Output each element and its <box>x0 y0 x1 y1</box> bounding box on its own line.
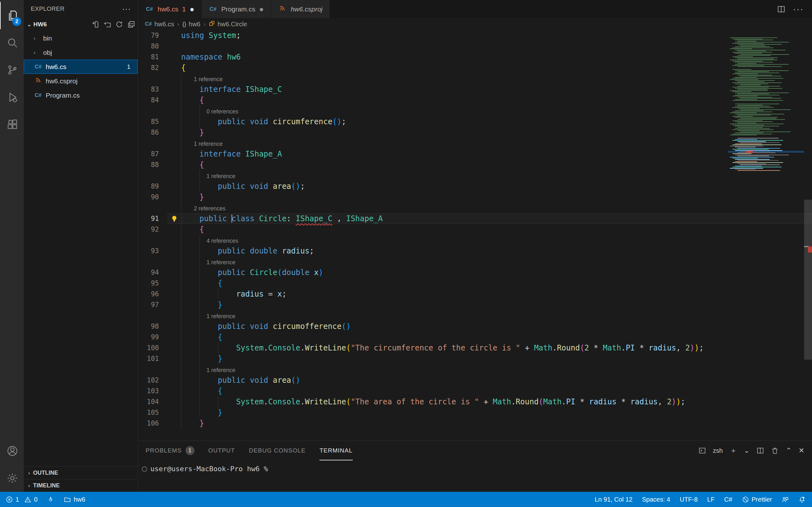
new-folder-icon[interactable] <box>103 20 111 28</box>
code-editor[interactable]: 79using System;8081namespace hw682{1 ref… <box>138 30 812 441</box>
problems-status[interactable]: 1 0 <box>6 496 38 503</box>
activity-item-settings[interactable] <box>0 464 24 492</box>
workspace-status[interactable]: hw6 <box>64 496 85 503</box>
csharp-file-icon: C# <box>146 6 153 12</box>
file-item-obj[interactable]: ›obj <box>24 45 138 60</box>
minimap-line <box>730 90 768 91</box>
new-terminal-icon[interactable]: ＋ <box>730 447 737 454</box>
indent-guide <box>200 353 200 364</box>
chevron-right-icon: › <box>28 470 30 476</box>
tab-Program.cs[interactable]: C#Program.cs● <box>202 0 271 18</box>
file-item-hw6.cs[interactable]: C#hw6.cs1 <box>24 60 138 74</box>
codelens-reference[interactable]: 2 references <box>194 203 225 214</box>
codelens-reference[interactable]: 1 reference <box>206 257 235 268</box>
minimap-line <box>738 138 779 138</box>
code-rows: 79using System;8081namespace hw682{1 ref… <box>138 30 812 429</box>
minimap[interactable] <box>728 30 804 441</box>
tab-hw6.cs[interactable]: C#hw6.cs1● <box>138 0 202 18</box>
collapse-all-icon[interactable] <box>128 20 135 28</box>
terminal-content[interactable]: user@users-MacBook-Pro hw6 % <box>138 460 812 492</box>
codelens-reference[interactable]: 1 reference <box>206 365 235 376</box>
split-terminal-icon[interactable] <box>757 447 764 454</box>
codelens-reference[interactable]: 1 reference <box>206 311 235 322</box>
line-number <box>138 203 167 213</box>
line-number: 87 <box>138 149 167 159</box>
language-mode-status[interactable]: C# <box>724 496 732 503</box>
hot-reload-status[interactable] <box>47 496 54 503</box>
sidebar-section-timeline[interactable]: ›TIMELINE <box>24 479 138 492</box>
status-bar-right: Ln 91, Col 12 Spaces: 4 UTF-8 LF C# Pret… <box>595 496 806 503</box>
codelens-reference[interactable]: 1 reference <box>206 171 235 181</box>
breadcrumb-item-hw6.cs[interactable]: C#hw6.cs <box>145 20 174 28</box>
modified-dot-icon[interactable]: ● <box>190 5 194 14</box>
editor-scrollbar[interactable] <box>804 30 812 441</box>
glyph-margin <box>167 386 181 396</box>
glyph-margin <box>167 116 181 127</box>
code-line-97: 97 } <box>138 299 812 310</box>
activity-item-source-control[interactable] <box>0 56 24 83</box>
shell-label[interactable]: zsh <box>713 447 723 454</box>
circle-slash-icon <box>742 496 749 503</box>
indent-guide <box>181 138 182 149</box>
more-actions-icon[interactable]: ··· <box>122 4 131 14</box>
codelens-reference[interactable]: 1 reference <box>194 74 223 84</box>
status-bar: 1 0 hw6 Ln 91, Col 12 Spaces: 4 UTF-8 LF… <box>0 492 812 507</box>
cursor-position-status[interactable]: Ln 91, Col 12 <box>595 496 632 503</box>
glyph-margin <box>167 418 181 429</box>
file-item-Program.cs[interactable]: C#Program.cs <box>24 88 138 102</box>
glyph-margin <box>167 213 181 224</box>
explorer-section-hw6[interactable]: ⌄ HW6 <box>24 18 138 31</box>
code-line-92: 92 { <box>138 224 812 235</box>
warning-icon <box>24 496 32 503</box>
file-item-bin[interactable]: ›bin <box>24 31 138 45</box>
explorer-header: EXPLORER ··· <box>24 0 138 18</box>
modified-dot-icon[interactable]: ● <box>259 5 264 14</box>
activity-item-explorer[interactable]: 2 <box>0 2 24 29</box>
error-count: 1 <box>15 496 19 503</box>
chevron-up-icon[interactable]: ⌃ <box>786 447 792 454</box>
panel-tab-debug-console[interactable]: DEBUG CONSOLE <box>249 441 306 460</box>
indent-guide <box>200 310 200 321</box>
panel-tab-terminal[interactable]: TERMINAL <box>319 441 352 460</box>
activity-item-run-debug[interactable] <box>0 83 24 111</box>
activity-item-account[interactable] <box>0 437 24 464</box>
glyph-margin <box>167 159 181 170</box>
more-actions-icon[interactable]: ··· <box>793 4 804 14</box>
indentation-status[interactable]: Spaces: 4 <box>642 496 670 503</box>
panel-tab-output[interactable]: OUTPUT <box>208 441 235 460</box>
tab-hw6.csproj[interactable]: hw6.csproj <box>271 0 329 18</box>
close-icon[interactable]: ✕ <box>799 447 804 454</box>
formatter-status[interactable]: Prettier <box>742 496 772 503</box>
feedback-status[interactable] <box>781 496 789 503</box>
eol-status[interactable]: LF <box>707 496 715 503</box>
glyph-margin <box>167 267 181 278</box>
command-decoration-icon[interactable] <box>142 466 147 472</box>
lightbulb-icon[interactable] <box>170 215 179 223</box>
panel-tab-problems[interactable]: PROBLEMS1 <box>146 441 194 460</box>
minimap-line <box>738 108 760 109</box>
codelens-reference[interactable]: 0 references <box>206 106 238 117</box>
code-line-82: 82{ <box>138 62 812 73</box>
scrollbar-slider[interactable] <box>804 200 812 360</box>
tab-bar: C#hw6.cs1●C#Program.cs●hw6.csproj ··· <box>138 0 812 18</box>
activity-item-extensions[interactable] <box>0 111 24 138</box>
codelens-reference[interactable]: 4 references <box>206 235 238 246</box>
line-number: 82 <box>138 62 167 73</box>
activity-item-search[interactable] <box>0 29 24 56</box>
file-item-hw6.csproj[interactable]: hw6.csproj <box>24 74 138 88</box>
terminal-icon <box>699 447 706 454</box>
encoding-status[interactable]: UTF-8 <box>680 496 698 503</box>
refresh-icon[interactable] <box>115 20 123 28</box>
codelens-reference[interactable]: 1 reference <box>194 138 223 149</box>
trash-icon[interactable] <box>771 447 779 454</box>
chevron-down-icon[interactable]: ⌄ <box>744 447 750 454</box>
breadcrumb-item-hw6.Circle[interactable]: hw6.Circle <box>209 20 247 28</box>
breadcrumb-item-hw6[interactable]: {}hw6 <box>183 20 200 28</box>
sidebar-section-outline[interactable]: ›OUTLINE <box>24 466 138 479</box>
new-file-icon[interactable] <box>91 20 99 28</box>
split-editor-icon[interactable] <box>777 5 785 13</box>
glyph-margin <box>167 170 181 181</box>
notifications-status[interactable] <box>798 496 806 503</box>
code-line-96: 96 radius = x; <box>138 289 812 299</box>
indent-guide <box>181 149 182 159</box>
